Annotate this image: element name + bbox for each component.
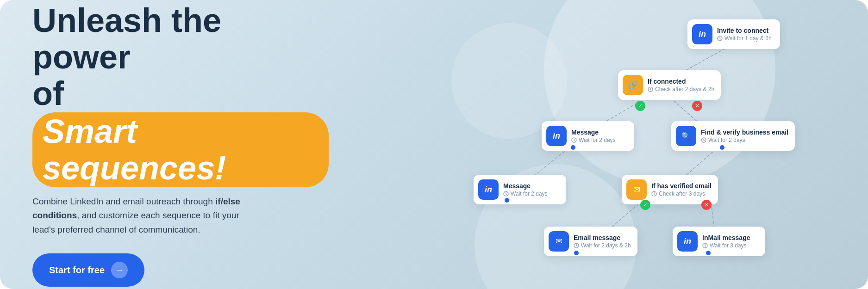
badge-no-connected: ✕ [692,101,702,111]
message1-sub: Wait for 2 days [571,137,616,143]
message1-label: Message [571,129,616,136]
cta-button[interactable]: Start for free → [32,253,144,287]
invite-sub: Wait for 1 day & 6h [717,35,772,42]
email-message-sub: Wait for 2 days & 2h [574,242,631,249]
svg-line-30 [705,246,706,246]
step-email-message: ✉ Email message Wait for 2 days & 2h [544,227,637,256]
inmail-label: InMail message [702,234,750,241]
svg-line-15 [574,140,575,141]
step-message-2: in Message Wait for 2 days [474,175,566,204]
headline: Unleash the power of Smart sequences! [32,2,329,187]
dot-msg2 [505,198,509,203]
badge-yes-verified: ✓ [640,200,650,210]
linkedin-icon-msg2: in [478,179,499,200]
step-if-connected: 🔗 If connected Check after 2 days & 2h [618,70,721,100]
if-connected-label: If connected [648,78,714,85]
linkedin-icon-invite: in [692,24,712,44]
find-verify-label: Find & verify business email [701,129,788,136]
dot-msg1 [571,145,575,150]
left-content: Unleash the power of Smart sequences! Co… [0,0,361,289]
dot-email [574,251,579,255]
step-invite-connect: in Invite to connect Wait for 1 day & 6h [687,19,780,49]
svg-line-9 [720,38,721,39]
if-verified-label: If has verified email [651,182,712,190]
svg-line-21 [506,194,507,195]
inmail-sub: Wait for 3 days [702,242,750,249]
svg-line-24 [654,194,655,195]
svg-line-12 [650,89,651,90]
step-message-1: in Message Wait for 2 days [542,121,634,151]
badge-no-verified: ✕ [701,200,712,210]
svg-line-27 [576,246,577,246]
dot-inmail [706,251,711,255]
diagram-area: in Invite to connect Wait for 1 day & 6h… [405,0,868,289]
step-find-verify: 🔍 Find & verify business email Wait for … [671,121,795,151]
linkedin-icon-msg1: in [546,126,567,146]
find-verify-sub: Wait for 2 days [701,137,788,143]
email-message-label: Email message [574,234,631,241]
cta-label: Start for free [49,265,105,276]
linkedin-icon-inmail: in [677,231,698,252]
step-inmail: in InMail message Wait for 3 days [673,227,765,256]
if-verified-sub: Check after 3 days [651,191,712,197]
message2-label: Message [503,182,548,190]
cta-arrow-icon: → [111,262,128,278]
message2-sub: Wait for 2 days [503,191,548,197]
if-connected-sub: Check after 2 days & 2h [648,86,714,92]
invite-label: Invite to connect [717,27,772,34]
badge-yes-connected: ✓ [635,101,645,111]
connected-icon: 🔗 [623,75,643,95]
find-verify-icon: 🔍 [676,126,696,146]
dot-find-verify [720,145,724,150]
banner: Unleash the power of Smart sequences! Co… [0,0,868,289]
svg-line-18 [704,140,705,141]
verified-email-icon: ✉ [626,179,647,200]
headline-line1: Unleash the power [32,2,221,75]
email-icon: ✉ [549,231,569,252]
subtext: Combine LinkedIn and email outreach thro… [32,195,301,237]
headline-highlight: Smart sequences! [32,112,329,187]
headline-line2-prefix: of [32,75,64,112]
